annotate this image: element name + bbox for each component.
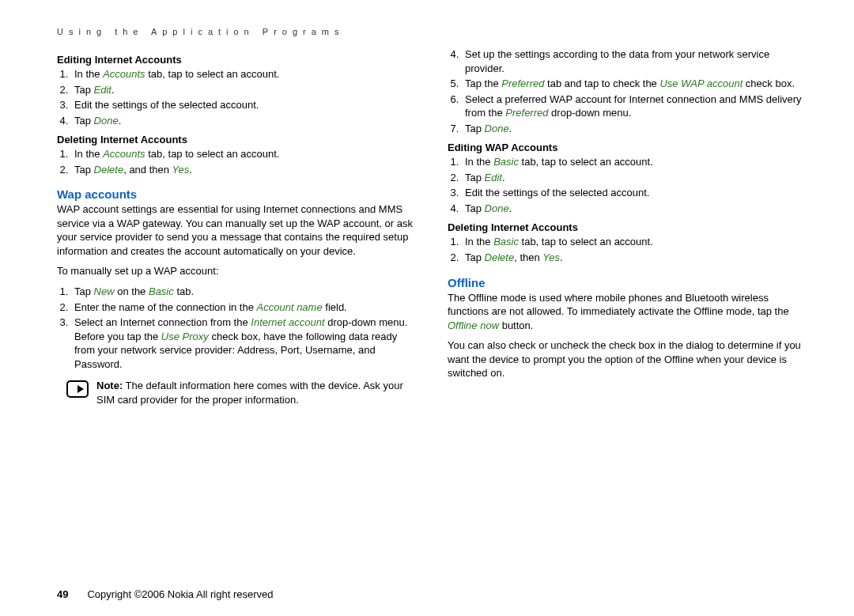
deleting-accounts2-list: In the Basic tab, tap to select an accou… [448,235,807,264]
list-item: Set up the settings according to the dat… [462,47,807,75]
content-columns: Editing Internet Accounts In the Account… [57,47,807,406]
wap-intro-paragraph: WAP account settings are essential for u… [57,202,416,258]
list-item: Tap Done. [71,114,416,128]
list-item: Tap Done. [462,202,807,216]
wap-setup-continued-list: Set up the settings according to the dat… [448,47,807,135]
wap-accounts-heading: Wap accounts [57,187,416,201]
editing-accounts-title: Editing Internet Accounts [57,54,416,66]
offline-paragraph-2: You can also check or uncheck the check … [448,338,807,380]
right-column: Set up the settings according to the dat… [448,47,807,406]
offline-paragraph-1: The Offline mode is used where mobile ph… [448,291,807,333]
editing-wap-title: Editing WAP Accounts [448,142,807,153]
list-item: Select an Internet connection from the I… [71,316,416,371]
list-item: In the Accounts tab, tap to select an ac… [71,147,416,161]
note-text: Note: The default information here comes… [96,379,416,406]
list-item: In the Basic tab, tap to select an accou… [462,235,807,249]
wap-setup-list: Tap New on the Basic tab. Enter the name… [57,285,416,371]
list-item: Edit the settings of the selected accoun… [462,186,807,200]
note-block: Note: The default information here comes… [57,379,416,406]
list-item: In the Accounts tab, tap to select an ac… [71,67,416,81]
list-item: Tap Delete, and then Yes. [71,163,416,177]
note-icon [66,380,89,398]
deleting-accounts2-title: Deleting Internet Accounts [448,221,807,233]
list-item: Tap New on the Basic tab. [71,285,416,299]
deleting-accounts-title: Deleting Internet Accounts [57,134,416,145]
list-item: In the Basic tab, tap to select an accou… [462,155,807,169]
page-number: 49 [57,588,68,600]
list-item: Select a preferred WAP account for Inter… [462,93,807,120]
offline-heading: Offline [448,276,807,289]
list-item: Edit the settings of the selected accoun… [71,98,416,112]
editing-accounts-list: In the Accounts tab, tap to select an ac… [57,67,416,127]
left-column: Editing Internet Accounts In the Account… [57,47,416,406]
copyright-text: Copyright ©2006 Nokia All right reserved [87,588,273,600]
list-item: Tap the Preferred tab and tap to check t… [462,77,807,91]
list-item: Tap Edit. [71,83,416,97]
list-item: Tap Done. [462,122,807,136]
wap-setup-lead: To manually set up a WAP account: [57,264,416,278]
deleting-accounts-list: In the Accounts tab, tap to select an ac… [57,147,416,176]
list-item: Tap Edit. [462,171,807,185]
page-footer: 49 Copyright ©2006 Nokia All right reser… [57,588,274,600]
running-header: Using the Application Programs [57,27,807,36]
list-item: Tap Delete, then Yes. [462,251,807,265]
editing-wap-list: In the Basic tab, tap to select an accou… [448,155,807,215]
list-item: Enter the name of the connection in the … [71,300,416,315]
